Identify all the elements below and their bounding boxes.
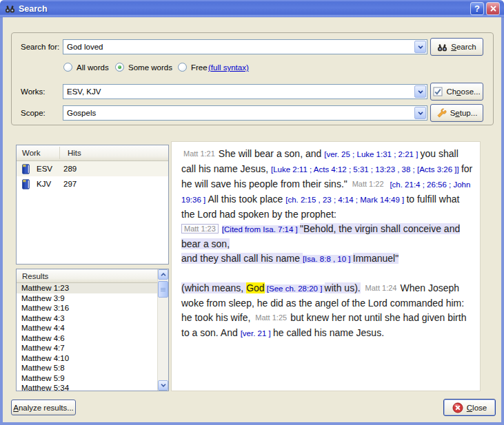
results-scrollbar[interactable] — [157, 269, 168, 391]
verse-paragraph: Matt 1:21She will bear a son, and [ver. … — [181, 147, 473, 222]
scope-input[interactable]: Gospels — [63, 105, 427, 121]
list-item[interactable]: Matthew 4:4 — [17, 323, 157, 333]
list-item[interactable]: Matthew 4:3 — [17, 313, 157, 324]
full-syntax-link[interactable]: (full syntax) — [208, 63, 249, 72]
radio-free[interactable]: Free — [178, 63, 208, 72]
hits-table-body: ESV289KJV297 — [17, 161, 168, 191]
hits-table-header: Work Hits — [17, 145, 168, 161]
scope-label: Scope: — [21, 109, 46, 117]
binoculars-icon — [437, 42, 447, 52]
setup-button[interactable]: Setup... — [430, 104, 483, 122]
search-for-label: Search for: — [21, 43, 59, 51]
works-label: Works: — [21, 87, 46, 96]
preview-content: Matt 1:21She will bear a son, and [ver. … — [181, 147, 473, 341]
list-item[interactable]: Matthew 5:8 — [17, 363, 157, 373]
verse-paragraph: Matt 1:23[Cited from Isa. 7:14 ] "Behold… — [181, 222, 473, 251]
column-work: Work — [22, 149, 59, 157]
book-icon — [21, 179, 31, 189]
search-dropdown-button[interactable] — [414, 41, 426, 53]
scroll-down-button[interactable] — [158, 380, 168, 391]
works-dropdown-button[interactable] — [414, 85, 426, 98]
table-row[interactable]: ESV289 — [17, 161, 168, 176]
analyze-results-button[interactable]: Analyze results... — [11, 400, 76, 415]
verse-paragraph: and they shall call his name [Isa. 8:8 ,… — [181, 251, 473, 267]
verse-paragraph: (which means, God [See ch. 28:20 ] with … — [181, 281, 473, 341]
list-item[interactable]: Matthew 4:10 — [17, 353, 157, 364]
checkmark-icon — [433, 87, 443, 96]
search-button-label: Search — [451, 43, 476, 51]
search-button[interactable]: Search — [430, 38, 483, 56]
verse-preview: Matt 1:21She will bear a son, and [ver. … — [171, 141, 481, 391]
wrench-icon — [436, 108, 447, 118]
list-item[interactable]: Matthew 5:34 — [17, 383, 157, 391]
chevron-up-icon — [161, 273, 166, 276]
work-name: ESV — [37, 165, 57, 173]
results-items: Matthew 1:23Matthew 3:9Matthew 3:16Matth… — [17, 283, 157, 391]
results-list: Results Matthew 1:23Matthew 3:9Matthew 3… — [16, 269, 169, 391]
list-item[interactable]: Matthew 4:6 — [17, 333, 157, 344]
book-icon — [21, 164, 31, 174]
dialog-body: Search for: God loved Search All words — [3, 17, 501, 422]
search-input[interactable]: God loved — [63, 39, 427, 54]
scroll-thumb[interactable] — [158, 281, 168, 298]
column-hits: Hits — [68, 149, 81, 157]
question-icon: ? — [474, 3, 480, 14]
chevron-down-icon — [418, 90, 423, 94]
help-button[interactable]: ? — [470, 2, 484, 15]
scope-dropdown-button[interactable] — [414, 107, 426, 119]
chevron-down-icon — [418, 112, 423, 115]
hit-count: 289 — [63, 165, 77, 173]
list-item[interactable]: Matthew 3:9 — [17, 293, 157, 304]
list-item[interactable]: Matthew 5:9 — [17, 373, 157, 384]
list-item[interactable]: Matthew 1:23 — [17, 283, 157, 293]
chevron-down-icon — [161, 384, 166, 387]
window-close-button[interactable] — [486, 2, 500, 15]
close-icon — [490, 6, 496, 12]
scroll-up-button[interactable] — [158, 269, 168, 280]
list-item[interactable]: Matthew 4:7 — [17, 343, 157, 353]
close-button[interactable]: Close — [443, 399, 496, 416]
hit-count: 297 — [63, 180, 77, 188]
hits-table: Work Hits ESV289KJV297 — [16, 145, 169, 265]
radio-icon — [63, 63, 72, 72]
works-input[interactable]: ESV, KJV — [63, 84, 427, 99]
close-button-label: Close — [467, 404, 487, 412]
binoculars-icon — [5, 3, 15, 14]
radio-icon — [115, 63, 124, 72]
table-row[interactable]: KJV297 — [17, 176, 168, 191]
column-separator — [59, 147, 60, 159]
results-header: Results — [17, 269, 157, 283]
radio-icon — [178, 63, 187, 72]
choose-button[interactable]: Choose... — [430, 83, 483, 101]
list-item[interactable]: Matthew 3:16 — [17, 303, 157, 313]
work-name: KJV — [37, 180, 57, 188]
chevron-down-icon — [418, 45, 423, 49]
analyze-button-label: Analyze results... — [13, 404, 74, 412]
choose-button-label: Choose... — [446, 87, 480, 96]
red-x-circle-icon — [452, 402, 463, 413]
titlebar: Search ? — [0, 0, 504, 17]
search-dialog: Search ? Search for: God loved — [0, 0, 504, 425]
window-title: Search — [19, 4, 48, 14]
radio-all-words[interactable]: All words — [63, 63, 109, 72]
radio-some-words[interactable]: Some words — [115, 63, 172, 72]
setup-button-label: Setup... — [450, 109, 478, 117]
